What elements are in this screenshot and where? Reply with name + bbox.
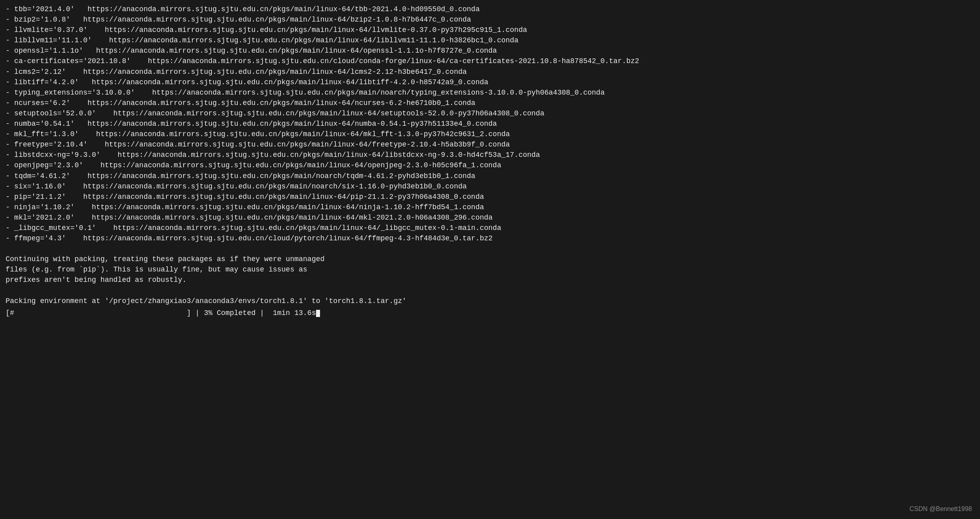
terminal-line: - mkl_fft='1.3.0' https://anaconda.mirro… <box>6 129 974 139</box>
terminal-line: files (e.g. from `pip`). This is usually… <box>6 264 974 275</box>
progress-section: [# ] | 3% Completed | 1min 13.6s <box>6 308 974 318</box>
terminal-line: - openssl='1.1.1o' https://anaconda.mirr… <box>6 46 974 56</box>
terminal-line: - ca-certificates='2021.10.8' https://an… <box>6 56 974 66</box>
terminal-line: - ffmpeg='4.3' https://anaconda.mirrors.… <box>6 233 974 244</box>
cursor <box>316 310 320 317</box>
terminal-line: - numba='0.54.1' https://anaconda.mirror… <box>6 119 974 129</box>
terminal-line: - libllvm11='11.1.0' https://anaconda.mi… <box>6 35 974 46</box>
watermark: CSDN @Bennett1998 <box>909 504 972 513</box>
terminal-line: - setuptools='52.0.0' https://anaconda.m… <box>6 108 974 119</box>
terminal-line: - tbb='2021.4.0' https://anaconda.mirror… <box>6 4 974 14</box>
terminal-line: - ncurses='6.2' https://anaconda.mirrors… <box>6 98 974 108</box>
terminal-line: - _libgcc_mutex='0.1' https://anaconda.m… <box>6 223 974 233</box>
terminal-line: - llvmlite='0.37.0' https://anaconda.mir… <box>6 25 974 35</box>
terminal-line <box>6 244 974 254</box>
terminal: - tbb='2021.4.0' https://anaconda.mirror… <box>0 0 980 519</box>
terminal-line: - libstdcxx-ng='9.3.0' https://anaconda.… <box>6 150 974 160</box>
terminal-line: - tqdm='4.61.2' https://anaconda.mirrors… <box>6 171 974 181</box>
terminal-line <box>6 285 974 296</box>
terminal-line: - freetype='2.10.4' https://anaconda.mir… <box>6 139 974 150</box>
terminal-line: - typing_extensions='3.10.0.0' https://a… <box>6 87 974 98</box>
terminal-line: - ninja='1.10.2' https://anaconda.mirror… <box>6 202 974 212</box>
terminal-line: - bzip2='1.0.8' https://anaconda.mirrors… <box>6 14 974 25</box>
terminal-line: - libtiff='4.2.0' https://anaconda.mirro… <box>6 77 974 87</box>
terminal-line: - six='1.16.0' https://anaconda.mirrors.… <box>6 181 974 192</box>
terminal-line: - openjpeg='2.3.0' https://anaconda.mirr… <box>6 160 974 170</box>
terminal-line: prefixes aren't being handled as robustl… <box>6 275 974 285</box>
progress-bar: [# ] | 3% Completed | 1min 13.6s <box>6 309 316 317</box>
terminal-line: Packing environment at '/project/zhangxi… <box>6 296 974 306</box>
terminal-line: Continuing with packing, treating these … <box>6 254 974 264</box>
terminal-line: - pip='21.1.2' https://anaconda.mirrors.… <box>6 192 974 202</box>
terminal-line: - lcms2='2.12' https://anaconda.mirrors.… <box>6 67 974 77</box>
output-lines: - tbb='2021.4.0' https://anaconda.mirror… <box>6 4 974 306</box>
terminal-line: - mkl='2021.2.0' https://anaconda.mirror… <box>6 212 974 223</box>
